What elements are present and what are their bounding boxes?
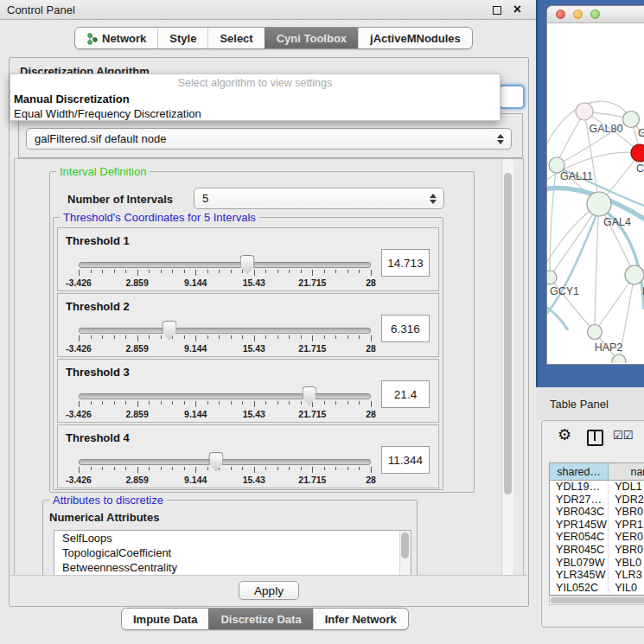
threshold-label: Threshold 2 xyxy=(66,300,130,313)
column-header-name[interactable]: name xyxy=(609,463,644,480)
table-cell[interactable]: YBR0 xyxy=(609,506,644,519)
table-cell[interactable]: YLR345W xyxy=(550,569,609,582)
table-row[interactable]: YBL079WYBL0 xyxy=(550,557,644,570)
table-cell[interactable]: YIL052C xyxy=(550,582,609,595)
float-window-icon[interactable] xyxy=(493,6,501,15)
network-node-green[interactable] xyxy=(625,265,644,284)
select-rows-checkboxes-icon[interactable]: ☑☑ xyxy=(613,429,633,442)
split-columns-icon[interactable] xyxy=(587,430,603,446)
threshold-slider[interactable]: -3.4262.8599.14415.4321.71528 xyxy=(79,325,371,353)
close-traffic-light-icon[interactable] xyxy=(556,10,565,19)
table-row[interactable]: YIL052CYIL0 xyxy=(550,582,644,595)
table-cell[interactable]: YER0 xyxy=(609,531,644,544)
scale-label: -3.426 xyxy=(66,343,92,354)
algorithm-options: Manual DiscretizationEqual Width/Frequen… xyxy=(10,92,500,121)
network-edge[interactable] xyxy=(595,204,599,332)
network-node-green[interactable] xyxy=(612,354,626,363)
table-horizontal-scrollbar[interactable] xyxy=(549,596,644,605)
algorithm-option-equal-width-frequency-discretization[interactable]: Equal Width/Frequency Discretization xyxy=(10,106,500,121)
network-node-red[interactable] xyxy=(631,144,644,162)
attribute-item-topologicalcoefficient[interactable]: TopologicalCoefficient xyxy=(54,545,411,560)
threshold-slider[interactable]: -3.4262.8599.14415.4321.71528 xyxy=(79,391,371,418)
network-edge[interactable] xyxy=(550,165,557,277)
table-cell[interactable]: YDL19… xyxy=(550,481,609,494)
thresholds-group: Threshold's Coordinates for 5 Intervals … xyxy=(53,217,443,490)
number-of-intervals-combobox[interactable]: 5 xyxy=(194,188,444,209)
network-node-green[interactable] xyxy=(587,192,611,216)
table-cell[interactable]: YBR0 xyxy=(609,544,644,557)
table-cell[interactable]: YDL1 xyxy=(609,481,644,494)
scale-label: 28 xyxy=(366,277,376,288)
table-cell[interactable]: YIL0 xyxy=(609,582,644,595)
threshold-row-2: Threshold 2-3.4262.8599.14415.4321.71528… xyxy=(57,293,439,357)
table-data-combobox[interactable]: galFiltered.sif default node xyxy=(26,128,512,150)
table-row[interactable]: YDR27…YDR2 xyxy=(550,494,644,507)
table-row[interactable]: YPR145WYPR1 xyxy=(550,519,644,532)
attributes-list-scrollbar[interactable] xyxy=(399,531,411,577)
threshold-value-field[interactable]: 11.344 xyxy=(381,446,430,474)
table-cell[interactable]: YBL0 xyxy=(609,557,644,570)
scale-label: 28 xyxy=(366,409,376,419)
table-cell[interactable]: YBR045C xyxy=(550,544,609,557)
tab-network[interactable]: Network xyxy=(75,28,157,48)
network-node-green[interactable] xyxy=(623,112,640,128)
table-cell[interactable]: YLR3 xyxy=(609,569,644,582)
node-attribute-table[interactable]: shared…name YDL19…YDL1YDR27…YDR2YBR043CY… xyxy=(549,462,644,596)
tab-style[interactable]: Style xyxy=(157,28,207,48)
settings-vertical-scrollbar[interactable] xyxy=(501,159,513,576)
network-node-pink[interactable] xyxy=(576,103,593,120)
algorithm-dropdown-popup: Select algorithm to view settings Manual… xyxy=(10,73,501,121)
table-row[interactable]: YBR045CYBR0 xyxy=(550,544,644,557)
network-canvas[interactable]: GAL80GACGAL11GAL4GCY1HHAP2 xyxy=(547,22,644,363)
table-cell[interactable]: YER054C xyxy=(550,531,609,544)
table-cell[interactable]: YDR27… xyxy=(550,494,609,507)
node-label-gcy1: GCY1 xyxy=(550,285,579,297)
close-icon[interactable]: × xyxy=(513,1,521,18)
table-header-row: shared…name xyxy=(550,463,644,481)
node-label-gal80: GAL80 xyxy=(590,123,623,135)
threshold-value-field[interactable]: 6.316 xyxy=(381,315,430,342)
table-cell[interactable]: YDR2 xyxy=(609,494,644,507)
algorithm-option-manual-discretization[interactable]: Manual Discretization xyxy=(10,92,500,106)
network-edge[interactable] xyxy=(547,208,599,318)
minimize-traffic-light-icon[interactable] xyxy=(573,10,583,19)
table-cell[interactable]: YPR145W xyxy=(550,519,609,532)
tab-jactivemnodules[interactable]: jActiveMNodules xyxy=(358,28,472,48)
threshold-value-field[interactable]: 14.713 xyxy=(381,249,430,277)
tab-cyni-toolbox[interactable]: Cyni Toolbox xyxy=(265,28,358,48)
table-row[interactable]: YLR345WYLR3 xyxy=(550,569,644,582)
apply-button[interactable]: Apply xyxy=(239,581,299,600)
threshold-slider[interactable]: -3.4262.8599.14415.4321.71528 xyxy=(79,456,371,484)
settings-gear-icon[interactable]: ⚙ xyxy=(558,425,571,444)
tab-label: Network xyxy=(102,32,146,45)
number-of-intervals-value: 5 xyxy=(202,192,208,205)
table-row[interactable]: YER054CYER0 xyxy=(550,531,644,544)
threshold-value-field[interactable]: 21.4 xyxy=(381,380,430,408)
algorithm-prompt-item: Select algorithm to view settings xyxy=(10,74,500,92)
tab-impute-data[interactable]: Impute Data xyxy=(122,609,208,629)
table-row[interactable]: YDL19…YDL1 xyxy=(550,481,644,494)
combo-spinner-icon xyxy=(430,193,437,205)
threshold-slider[interactable]: -3.4262.8599.14415.4321.71528 xyxy=(79,259,371,287)
tab-discretize-data[interactable]: Discretize Data xyxy=(208,609,312,629)
tab-select[interactable]: Select xyxy=(207,28,264,48)
tab-infer-network[interactable]: Infer Network xyxy=(313,609,408,629)
node-label-gal11: GAL11 xyxy=(560,170,593,182)
network-node-green[interactable] xyxy=(588,325,603,340)
table-row[interactable]: YBR043CYBR0 xyxy=(550,506,644,519)
table-cell[interactable]: YPR1 xyxy=(609,519,644,532)
scale-label: 9.144 xyxy=(184,343,207,354)
numerical-attributes-label: Numerical Attributes xyxy=(49,511,159,524)
network-edge[interactable] xyxy=(595,275,634,332)
zoom-traffic-light-icon[interactable] xyxy=(590,10,600,19)
table-cell[interactable]: YBL079W xyxy=(550,557,609,570)
table-cell[interactable]: YBR043C xyxy=(550,506,609,519)
attribute-item-betweennesscentrality[interactable]: BetweennessCentrality xyxy=(54,560,411,575)
algorithm-combobox-focused[interactable] xyxy=(499,85,525,109)
scale-label: 21.715 xyxy=(298,277,326,288)
attribute-item-selfloops[interactable]: SelfLoops xyxy=(54,531,411,545)
numerical-attributes-list[interactable]: SelfLoopsTopologicalCoefficientBetweenne… xyxy=(54,530,411,577)
column-header-shared-[interactable]: shared… xyxy=(550,463,609,480)
network-edge[interactable] xyxy=(547,305,568,330)
network-node-green[interactable] xyxy=(547,271,557,284)
